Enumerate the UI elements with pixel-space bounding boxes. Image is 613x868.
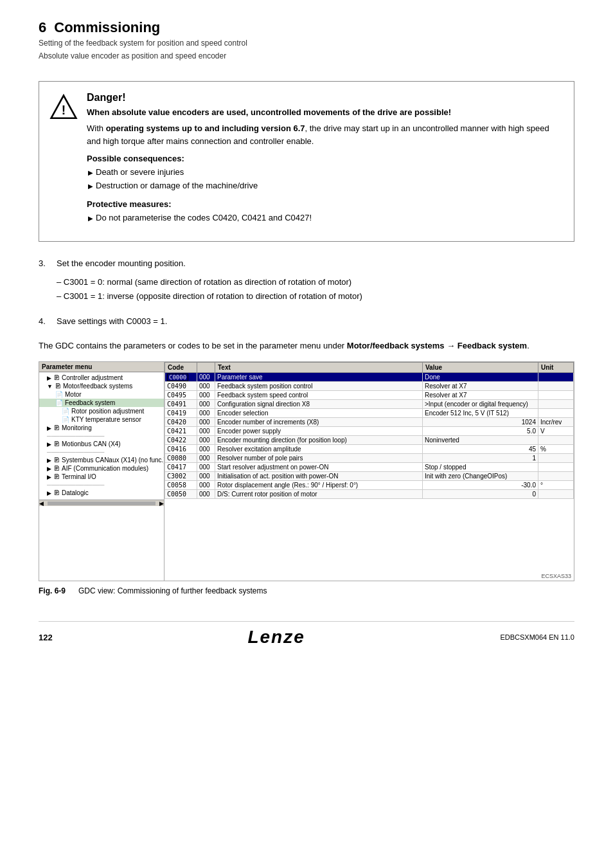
- svg-text:!: !: [62, 103, 66, 117]
- tree-item[interactable]: ▶ 🖹 Datalogic: [39, 489, 164, 497]
- cell-text: Encoder selection: [215, 409, 423, 418]
- tree-separator: ──────────────: [39, 432, 164, 440]
- table-row: C0491 000 Configuration signal direction…: [165, 400, 574, 409]
- cell-value: Init with zero (ChangeOIPos): [423, 472, 538, 481]
- cell-code: C0058: [165, 481, 197, 490]
- cell-text: Encoder number of increments (X8): [215, 418, 423, 427]
- tree-item[interactable]: ▶ 🖹 AIF (Communication modules): [39, 464, 164, 473]
- cell-code: C0416: [165, 445, 197, 454]
- table-panel: Code Text Value Unit C0000 000 Parameter…: [164, 362, 574, 581]
- tree-item[interactable]: ▶ 🖹 Terminal I/O: [39, 473, 164, 481]
- cell-code: C0421: [165, 427, 197, 436]
- chapter-number: 6: [39, 19, 46, 36]
- cell-sub: 000: [197, 409, 215, 418]
- tree-item[interactable]: ▶ 🖹 Monitoring: [39, 424, 164, 432]
- cell-text: Initialisation of act. position with pow…: [215, 472, 423, 481]
- cell-sub: 000: [197, 454, 215, 463]
- danger-headline: When absolute value encoders are used, u…: [87, 107, 561, 117]
- cell-text: Configuration signal direction X8: [215, 400, 423, 409]
- cell-code: C0495: [165, 391, 197, 400]
- cell-code: C0050: [165, 490, 197, 499]
- col-header-unit: Unit: [538, 363, 574, 373]
- tree-item[interactable]: ▶ 🖹 Controller adjustment: [39, 374, 164, 382]
- step-3-sub2: – C3001 = 1: inverse (opposite direction…: [57, 289, 574, 303]
- cell-code: C0491: [165, 400, 197, 409]
- table-row: C0417 000 Start resolver adjustment on p…: [165, 463, 574, 472]
- measures-label: Protective measures:: [87, 199, 561, 209]
- cell-value: -30.0: [423, 481, 538, 490]
- cell-code: C0420: [165, 418, 197, 427]
- page-header: 6 Commissioning Setting of the feedback …: [39, 19, 574, 62]
- cell-unit: [538, 463, 574, 472]
- chapter-title: Commissioning: [54, 19, 160, 36]
- cell-code: C0000: [165, 373, 197, 382]
- tree-item[interactable]: ▶ 🖹 Systembus CANaux (X14) (no func.): [39, 456, 164, 464]
- cell-unit: [538, 490, 574, 499]
- cell-text: Encoder mounting direction (for position…: [215, 436, 423, 445]
- step-3-sub1: – C3001 = 0: normal (same direction of r…: [57, 275, 574, 289]
- figure-caption: Fig. 6-9 GDC view: Commissioning of furt…: [39, 586, 574, 595]
- table-row: C0050 000 D/S: Current rotor position of…: [165, 490, 574, 499]
- cell-sub: 000: [197, 427, 215, 436]
- table-row: C0416 000 Resolver excitation amplitude …: [165, 445, 574, 454]
- cell-sub: 000: [197, 418, 215, 427]
- tree-item[interactable]: 📄 Motor: [39, 390, 164, 399]
- cell-value: Encoder 512 Inc, 5 V (IT 512): [423, 409, 538, 418]
- consequence-2: Destruction or damage of the machine/dri…: [88, 179, 561, 193]
- cell-unit: [538, 391, 574, 400]
- lenze-logo: Lenze: [247, 627, 305, 647]
- cell-text: Resolver excitation amplitude: [215, 445, 423, 454]
- table-row: C0495 000 Feedback system speed control …: [165, 391, 574, 400]
- step-4-text: Save settings with C0003 = 1.: [57, 315, 167, 328]
- cell-sub: 000: [197, 436, 215, 445]
- table-row: C0000 000 Parameter save Done: [165, 373, 574, 382]
- cell-unit: [538, 373, 574, 382]
- subtitle-line1: Setting of the feedback system for posit…: [39, 37, 247, 49]
- subtitle-line2: Absolute value encoder as position and s…: [39, 50, 247, 62]
- fig-label: Fig. 6-9: [39, 586, 66, 595]
- cell-unit: [538, 382, 574, 391]
- cell-value: >Input (encoder or digital frequency): [423, 400, 538, 409]
- fig-text: GDC view: Commissioning of further feedb…: [78, 586, 267, 595]
- page-number: 122: [39, 633, 53, 642]
- table-row: C0490 000 Feedback system position contr…: [165, 382, 574, 391]
- cell-sub: 000: [197, 400, 215, 409]
- ecskax-label: ECSXAS33: [164, 572, 574, 581]
- table-row: C0058 000 Rotor displacement angle (Res.…: [165, 481, 574, 490]
- table-row: C3002 000 Initialisation of act. positio…: [165, 472, 574, 481]
- col-header-sub: [197, 363, 215, 373]
- step-3-num: 3.: [39, 257, 51, 270]
- cell-code: C0080: [165, 454, 197, 463]
- measure-1: Do not parameterise the codes C0420, C04…: [88, 212, 561, 225]
- cell-sub: 000: [197, 463, 215, 472]
- tree-item[interactable]: ▶ 🖹 Motionbus CAN (X4): [39, 440, 164, 448]
- tree-header: Parameter menu: [39, 362, 164, 372]
- danger-triangle-icon: !: [49, 93, 78, 122]
- tree-body: ▶ 🖹 Controller adjustment ▼ 🖹 Motor/feed…: [39, 372, 164, 507]
- tree-item-feedback-system[interactable]: 📄 Feedback system: [39, 399, 164, 407]
- table-row: C0421 000 Encoder power supply 5.0 V: [165, 427, 574, 436]
- cell-value: 5.0: [423, 427, 538, 436]
- step-3: 3. Set the encoder mounting position.: [39, 257, 574, 270]
- cell-text: Encoder power supply: [215, 427, 423, 436]
- cell-unit: %: [538, 445, 574, 454]
- cell-unit: °: [538, 481, 574, 490]
- gdc-screenshot: Parameter menu ▶ 🖹 Controller adjustment…: [39, 361, 574, 581]
- cell-code: C0422: [165, 436, 197, 445]
- cell-value: Done: [423, 373, 538, 382]
- cell-code: C0417: [165, 463, 197, 472]
- tree-separator: ──────────────: [39, 448, 164, 456]
- cell-text: Resolver number of pole pairs: [215, 454, 423, 463]
- col-header-code: Code: [165, 363, 197, 373]
- tree-item[interactable]: 📄 Rotor position adjustment: [39, 407, 164, 415]
- cell-sub: 000: [197, 490, 215, 499]
- tree-item[interactable]: ▼ 🖹 Motor/feedback systems: [39, 382, 164, 390]
- cell-unit: [538, 409, 574, 418]
- cell-value: Resolver at X7: [423, 391, 538, 400]
- cell-unit: [538, 400, 574, 409]
- cell-text: Feedback system speed control: [215, 391, 423, 400]
- tree-item[interactable]: 📄 KTY temperature sensor: [39, 415, 164, 424]
- consequence-1: Death or severe injuries: [88, 166, 561, 179]
- doc-reference: EDBCSXM064 EN 11.0: [500, 633, 574, 641]
- cell-code: C3002: [165, 472, 197, 481]
